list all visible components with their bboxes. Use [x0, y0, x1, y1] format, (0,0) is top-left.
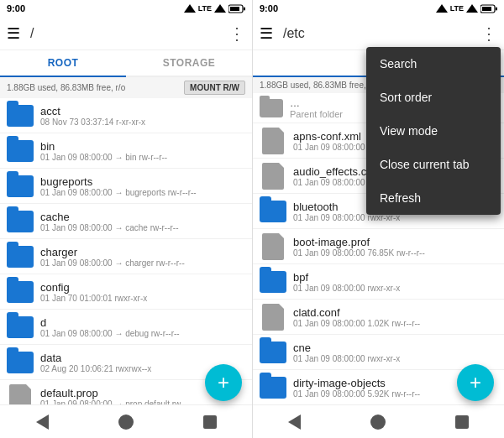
svg-rect-3: [230, 7, 239, 11]
file-icon-wrap: [260, 198, 286, 225]
file-icon-wrap: [260, 163, 286, 190]
parent-folder-icon: [260, 99, 283, 117]
file-meta: 01 Jan 09 08:00:00 rwxr-xr-x: [293, 354, 497, 363]
home-button[interactable]: [113, 409, 139, 435]
file-name: bpf: [293, 271, 497, 284]
right-toolbar: ☰ /etc ⋮: [253, 17, 504, 50]
left-bottom-nav: [0, 404, 252, 438]
file-icon-wrap: [7, 173, 34, 200]
dropdown-item[interactable]: Sort order: [366, 81, 501, 114]
file-meta: 08 Nov 73 03:37:14 r-xr-xr-x: [40, 117, 245, 127]
doc-icon: [262, 233, 284, 260]
file-icon-wrap: [7, 138, 34, 164]
left-status-time: 9:00: [7, 3, 25, 13]
hamburger-icon[interactable]: ☰: [7, 24, 20, 43]
left-storage-info: 1.88GB used, 86.83MB free, r/o MOUNT R/W: [0, 77, 252, 98]
list-item[interactable]: d01 Jan 09 08:00:00 → debug rw-r--r--: [0, 310, 252, 345]
right-status-bar: 9:00 LTE: [253, 0, 504, 17]
left-panel: 9:00 LTE ☰ / ⋮ ROOT STORAGE 1.88GB used,…: [0, 0, 252, 438]
file-icon-wrap: [260, 304, 286, 331]
file-details: bpf01 Jan 09 08:00:00 rwxr-xr-x: [293, 271, 497, 293]
doc-icon: [262, 128, 284, 154]
tab-storage[interactable]: STORAGE: [126, 50, 252, 76]
list-item[interactable]: cne01 Jan 09 08:00:00 rwxr-xr-x: [253, 335, 504, 370]
list-item[interactable]: bugreports01 Jan 09 08:00:00 → bugreport…: [0, 169, 252, 204]
right-fab[interactable]: +: [457, 364, 494, 401]
list-item[interactable]: boot-image.prof01 Jan 09 08:00:00 76.85K…: [253, 229, 504, 264]
folder-icon: [260, 377, 286, 399]
left-status-bar: 9:00 LTE: [0, 0, 252, 17]
svg-marker-0: [184, 4, 196, 13]
folder-icon: [260, 201, 286, 222]
list-item[interactable]: acct08 Nov 73 03:37:14 r-xr-xr-x: [0, 98, 252, 133]
file-name: clatd.conf: [293, 306, 497, 319]
left-path-title: /: [30, 26, 228, 41]
more-options-icon[interactable]: ⋮: [228, 23, 245, 44]
file-icon-wrap: [260, 339, 286, 366]
recent-button[interactable]: [197, 409, 223, 435]
right-bottom-nav: [253, 404, 504, 438]
list-item[interactable]: bpf01 Jan 09 08:00:00 rwxr-xr-x: [253, 264, 504, 300]
svg-rect-8: [482, 7, 491, 11]
folder-icon: [7, 352, 34, 373]
file-name: charger: [40, 246, 245, 258]
file-meta: 01 Jan 70 01:00:01 rwxr-xr-x: [40, 294, 245, 303]
list-item[interactable]: charger01 Jan 09 08:00:00 → charger rw-r…: [0, 239, 252, 274]
left-tabs: ROOT STORAGE: [0, 50, 252, 77]
back-button[interactable]: [29, 409, 55, 435]
file-icon-wrap: [7, 349, 34, 376]
list-item[interactable]: bin01 Jan 09 08:00:00 → bin rw-r--r--: [0, 133, 252, 169]
dropdown-item[interactable]: Search: [366, 47, 501, 81]
file-name: cache: [40, 211, 245, 223]
svg-rect-4: [244, 7, 245, 10]
svg-marker-5: [436, 4, 448, 13]
right-recent-button[interactable]: [449, 409, 475, 435]
file-name: d: [40, 316, 245, 329]
right-status-icons: LTE: [436, 4, 497, 13]
folder-icon: [7, 211, 34, 232]
folder-icon: [7, 246, 34, 268]
file-name: config: [40, 281, 245, 294]
folder-icon: [260, 342, 286, 363]
file-icon-wrap: [7, 314, 34, 341]
folder-icon: [7, 175, 34, 197]
file-icon-wrap: [260, 233, 286, 260]
list-item[interactable]: clatd.conf01 Jan 09 08:00:00 1.02K rw-r-…: [253, 300, 504, 335]
left-fab[interactable]: +: [205, 364, 242, 401]
left-status-icons: LTE: [184, 4, 245, 13]
left-toolbar: ☰ / ⋮: [0, 17, 252, 50]
file-details: cache01 Jan 09 08:00:00 → cache rw-r--r-…: [40, 211, 245, 232]
file-details: d01 Jan 09 08:00:00 → debug rw-r--r--: [40, 316, 245, 338]
mount-button[interactable]: MOUNT R/W: [184, 81, 245, 95]
folder-icon: [7, 281, 34, 303]
file-details: cne01 Jan 09 08:00:00 rwxr-xr-x: [293, 342, 497, 363]
file-icon-wrap: [260, 269, 286, 295]
file-details: clatd.conf01 Jan 09 08:00:00 1.02K rw-r-…: [293, 306, 497, 328]
parent-folder-label: Parent folder: [290, 109, 343, 119]
folder-icon: [260, 271, 286, 293]
dropdown-item[interactable]: Refresh: [366, 181, 501, 215]
file-meta: 01 Jan 09 08:00:00 → charger rw-r--r--: [40, 258, 245, 268]
file-name: acct: [40, 105, 245, 117]
dropdown-item[interactable]: Close current tab: [366, 148, 501, 181]
right-hamburger-icon[interactable]: ☰: [260, 24, 273, 43]
file-details: config01 Jan 70 01:00:01 rwxr-xr-x: [40, 281, 245, 303]
file-icon-wrap: [7, 384, 34, 405]
dropdown-item[interactable]: View mode: [366, 114, 501, 148]
left-file-list: acct08 Nov 73 03:37:14 r-xr-xr-xbin01 Ja…: [0, 98, 252, 404]
file-name: data: [40, 352, 245, 364]
doc-icon: [9, 384, 31, 405]
tab-root[interactable]: ROOT: [0, 50, 126, 77]
list-item[interactable]: cache01 Jan 09 08:00:00 → cache rw-r--r-…: [0, 204, 252, 239]
file-icon-wrap: [260, 374, 286, 401]
file-meta: 01 Jan 09 08:00:00 → bugreports rw-r--r-…: [40, 188, 245, 197]
svg-rect-9: [496, 7, 497, 10]
file-icon-wrap: [7, 102, 34, 129]
file-details: boot-image.prof01 Jan 09 08:00:00 76.85K…: [293, 236, 497, 258]
right-back-button[interactable]: [282, 409, 307, 435]
svg-marker-6: [466, 4, 478, 13]
list-item[interactable]: config01 Jan 70 01:00:01 rwxr-xr-x: [0, 274, 252, 310]
file-name: boot-image.prof: [293, 236, 497, 248]
right-home-button[interactable]: [365, 409, 391, 435]
right-more-options-icon[interactable]: ⋮: [480, 23, 497, 44]
